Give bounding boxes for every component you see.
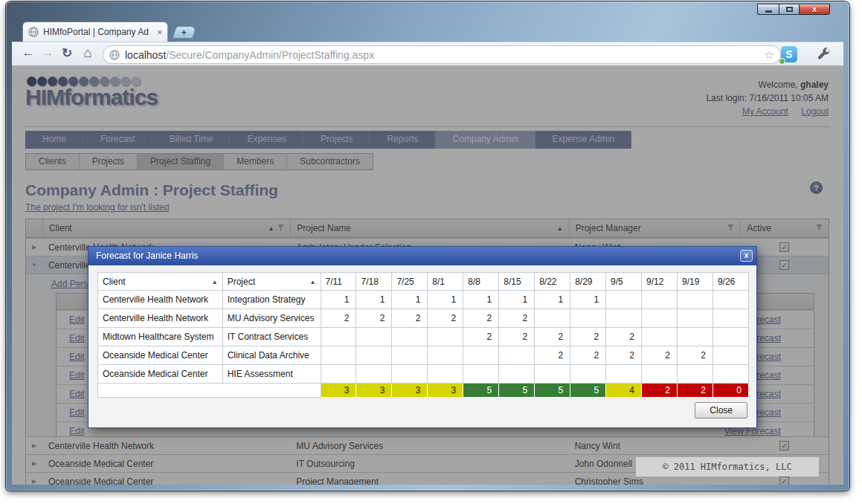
forecast-totals-row: 333355554220 [98, 384, 749, 398]
forecast-value-cell [570, 309, 606, 328]
forecast-value-cell [356, 346, 392, 365]
forecast-value-cell [606, 309, 642, 328]
forecast-week-header: 7/11 [321, 273, 356, 291]
forecast-value-cell: 1 [499, 291, 535, 309]
forecast-total-yellow-cell: 3 [356, 384, 392, 398]
forecast-value-cell: 2 [463, 328, 499, 346]
forecast-total-yellow-cell: 3 [392, 384, 428, 398]
home-button[interactable]: ⌂ [79, 45, 97, 61]
url-path: /Secure/CompanyAdmin/ProjectStaffing.asp… [166, 49, 374, 61]
forecast-value-cell: 1 [535, 291, 570, 309]
forward-button[interactable]: → [39, 45, 57, 60]
browser-tab[interactable]: HIMfoPortal | Company Ad × [22, 22, 168, 42]
forecast-value-cell: 2 [392, 309, 428, 328]
forecast-value-cell [321, 346, 356, 365]
forecast-row: Midtown Healthcare SystemIT Contract Ser… [98, 328, 749, 346]
forecast-week-header: 8/15 [499, 273, 535, 291]
forecast-value-cell: 2 [356, 309, 392, 328]
dialog-footer: Close [89, 398, 756, 427]
forecast-value-cell [499, 346, 535, 365]
forecast-total-red-cell: 2 [642, 384, 678, 398]
forecast-header-client[interactable]: Client▲ [98, 273, 223, 291]
forecast-value-cell [499, 365, 535, 384]
url-text: localhost/Secure/CompanyAdmin/ProjectSta… [125, 49, 759, 61]
forecast-total-green-cell: 5 [535, 384, 570, 398]
forecast-total-green-cell: 5 [570, 384, 606, 398]
forecast-value-cell [570, 365, 606, 384]
forecast-value-cell: 2 [463, 309, 499, 328]
browser-tabstrip: HIMfoPortal | Company Ad × + [12, 19, 843, 42]
skype-status-badge [779, 58, 785, 65]
minimize-icon [765, 10, 772, 13]
forecast-value-cell [321, 365, 356, 384]
sort-ascending-icon: ▲ [212, 279, 218, 285]
forecast-week-header: 7/25 [392, 273, 428, 291]
window-close-button[interactable]: x [799, 4, 830, 15]
page-content: HIMformatics Welcome, ghaley Last login:… [12, 66, 843, 485]
forecast-value-cell: 2 [677, 346, 713, 365]
forecast-client-cell: Centerville Health Network [98, 291, 223, 309]
forecast-week-header: 8/8 [463, 273, 499, 291]
skype-extension-button[interactable]: S [781, 46, 797, 62]
forecast-value-cell: 2 [499, 309, 535, 328]
reload-button[interactable]: ↻ [58, 45, 76, 61]
dialog-close-icon[interactable]: x [740, 250, 753, 262]
forecast-value-cell: 2 [570, 346, 606, 365]
forecast-value-cell: 2 [606, 328, 642, 346]
forecast-client-cell: Oceanside Medical Center [98, 346, 223, 365]
forecast-week-header: 9/12 [642, 273, 678, 291]
sort-ascending-icon: ▲ [310, 279, 316, 285]
tab-close-icon[interactable]: × [158, 28, 162, 36]
forecast-total-red-cell: 2 [677, 384, 713, 398]
close-button[interactable]: Close [695, 402, 747, 419]
forecast-value-cell [428, 346, 463, 365]
forecast-value-cell [677, 328, 713, 346]
forecast-total-yellow-cell: 3 [428, 384, 463, 398]
forecast-value-cell [606, 291, 642, 309]
forecast-value-cell: 1 [570, 291, 606, 309]
settings-wrench-button[interactable] [817, 47, 832, 65]
forecast-value-cell [392, 328, 428, 346]
forecast-header-project[interactable]: Project▲ [222, 273, 321, 291]
forecast-value-cell [356, 328, 392, 346]
copyright-notice: © 2011 HIMformatics, LLC [636, 457, 819, 476]
browser-window: x HIMfoPortal | Company Ad × + ← → ↻ ⌂ l… [6, 1, 849, 491]
forecast-value-cell [392, 346, 428, 365]
back-button[interactable]: ← [19, 45, 37, 60]
forecast-value-cell [713, 365, 748, 384]
forecast-value-cell [642, 291, 678, 309]
forecast-header-row: Client▲Project▲7/117/187/258/18/88/158/2… [98, 273, 749, 291]
forecast-value-cell: 2 [535, 328, 570, 346]
forecast-week-header: 9/26 [713, 273, 748, 291]
forecast-row: Oceanside Medical CenterClinical Data Ar… [98, 346, 749, 365]
forecast-value-cell [392, 365, 428, 384]
forecast-value-cell: 1 [321, 291, 356, 309]
window-close-icon: x [812, 4, 817, 14]
forecast-row: Oceanside Medical CenterHIE Assessment [98, 365, 749, 384]
window-minimize-button[interactable] [757, 4, 779, 15]
forecast-value-cell [677, 309, 713, 328]
forecast-value-cell [463, 365, 499, 384]
forecast-value-cell [713, 309, 748, 328]
forecast-project-cell: Integration Strategy [222, 291, 321, 309]
address-bar[interactable]: localhost/Secure/CompanyAdmin/ProjectSta… [103, 45, 781, 64]
new-tab-button[interactable]: + [172, 26, 197, 39]
bookmark-star-icon[interactable]: ☆ [765, 48, 774, 62]
forecast-value-cell [677, 291, 713, 309]
url-globe-icon [109, 50, 120, 60]
forecast-row: Centerville Health NetworkIntegration St… [98, 291, 749, 309]
forecast-value-cell [642, 328, 678, 346]
forecast-value-cell [535, 365, 570, 384]
window-maximize-button[interactable] [779, 4, 799, 15]
forecast-value-cell [356, 365, 392, 384]
forecast-value-cell: 2 [642, 346, 678, 365]
forecast-total-green-cell: 5 [463, 384, 499, 398]
forecast-project-cell: IT Contract Services [222, 328, 321, 346]
forecast-totals-blank-cell [98, 384, 321, 398]
wrench-icon [817, 47, 832, 62]
forecast-project-cell: Clinical Data Archive [222, 346, 321, 365]
skype-icon: S [785, 48, 792, 60]
browser-toolbar: ← → ↻ ⌂ localhost/Secure/CompanyAdmin/Pr… [12, 42, 843, 66]
forecast-dialog: Forecast for Janice Harris x Client▲Proj… [88, 246, 757, 428]
forecast-value-cell: 2 [606, 346, 642, 365]
